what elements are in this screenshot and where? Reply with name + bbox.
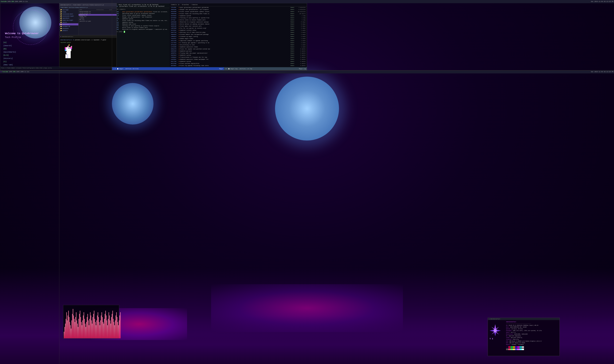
qute-nav-search[interactable]: [o] [Search] [3, 41, 16, 47]
viz-bar-13 [72, 314, 73, 338]
git-commit-msg-26: Updated system [180, 61, 290, 62]
terminal-body: emmet@snowflare:~$ pokemon-colorscripts … [59, 38, 117, 45]
rc-item-1: dee0888 main gitea/main gitlab/main gith… [112, 11, 170, 13]
git-commit-dot-15: ● [179, 38, 180, 39]
filemanager-title-text: emmet@snowfire: /home/emmet/.dotfiles/th… [60, 4, 104, 6]
neofetch-gpu: GPU: AMD ATI Radeon RX 6800M [506, 342, 542, 344]
git-commit-24: c6d9a2c ● Transitioned to flatpak obs fo… [170, 56, 307, 58]
fm-dir-woodland[interactable]: 📁woodland [59, 27, 78, 29]
git-commit-dot-23: ● [179, 54, 180, 56]
fm-dir-tomorrow[interactable]: 📁tomorrow-night [59, 19, 78, 21]
fm-file-license[interactable]: LICENSE [79, 17, 117, 19]
git-commit-22: a560f51 ● Trying some new power optimiza… [170, 52, 307, 54]
fm-dir-theme[interactable]: 📁theme [59, 11, 78, 13]
viz-bar-88 [120, 312, 121, 338]
fm-dir-sel-light[interactable]: 📁selenized-light [59, 15, 78, 17]
fm-file-polarity[interactable]: polarity.txt [79, 14, 117, 16]
git-commit-author-23: Emmet [291, 54, 297, 56]
viz-bar-51 [97, 320, 97, 338]
git-commit-dot-0: ● [179, 7, 180, 8]
viz-bar-33 [85, 324, 85, 338]
git-commit-author-14: Emmet [291, 36, 297, 37]
viz-bar-38 [88, 320, 89, 338]
qute-nav-history[interactable]: [S-h] [History] [3, 54, 16, 60]
git-commit-hash-16: e011f26 [171, 40, 178, 41]
git-commit-time-17: 1 week [298, 42, 306, 43]
git-commit-hash-15: 7ea4f2c [171, 38, 178, 39]
git-head-line: Head: main Fixed all screenshots to be o… [113, 4, 168, 6]
git-commit-time-23: 2 weeks [298, 54, 306, 56]
viz-bar-82 [116, 312, 117, 338]
fm-dir-sel-dark[interactable]: 📁selenized-dark [59, 13, 78, 15]
fm-dir-uwunicorn[interactable]: 📁uwunicorn [59, 23, 78, 25]
fm-file-yaml[interactable]: uwunicorn-yt.yaml [79, 20, 117, 22]
fm-dir-ubuntu[interactable]: 📁ubuntu [59, 21, 78, 23]
git-commit-hash-18: df4eee6 [171, 44, 178, 46]
neofetch-shell: Shell: zsh 5.9 [506, 332, 542, 333]
viz-bar-57 [100, 320, 101, 338]
qute-nav-newtab[interactable]: [t] [New tab] [3, 60, 16, 66]
viz-bar-85 [118, 325, 119, 338]
fm-dir-zenburn[interactable]: 📁zenburn [59, 29, 78, 32]
git-head-value: main Fixed all screenshots to be on gh b… [118, 4, 158, 6]
horizontal-divider [0, 70, 614, 71]
git-commit-author-8: Emmet [291, 23, 297, 25]
viz-bar-16 [74, 319, 74, 338]
viz-bar-83 [117, 317, 117, 338]
rc-item-9: 53f95d2 Testing if auto-cpufreq is syste… [112, 25, 170, 27]
viz-bar-11 [71, 329, 71, 338]
git-commit-time-2: 10 minutes [298, 11, 306, 12]
svg-rect-14 [65, 50, 66, 51]
git-commit-dot-14: ● [179, 36, 180, 37]
viz-bar-0 [64, 332, 64, 338]
fm-file-re[interactable]: RE=.org [79, 19, 117, 20]
git-commit-author-22: Emmet [291, 52, 297, 54]
git-commit-hash-7: a265da0 [171, 21, 178, 23]
git-commit-author-12: Emmet [291, 32, 297, 33]
fm-dir-ald[interactable]: 📁ald-hope [59, 9, 78, 11]
viz-bar-61 [103, 322, 103, 338]
magit-mode-left: Magit [219, 68, 223, 69]
color-11 [513, 349, 515, 350]
rc-item-4: b7d0c8 Ranger dnd optimization + qb file… [112, 16, 170, 18]
viz-bar-30 [83, 315, 84, 338]
svg-rect-5 [71, 46, 72, 47]
git-commit-msg-17: I finally got agenda + syncthing to be [180, 42, 290, 43]
git-commit-dot-1: ● [179, 9, 180, 10]
git-commit-hash-13: 3abb619 [171, 34, 178, 35]
fm-dir-space[interactable]: 📁spaceduck [59, 17, 78, 19]
color-9 [508, 349, 511, 350]
qute-nav-quickmarks[interactable]: [b] [Quickmarks] [3, 47, 16, 54]
git-commit-time-28: 3 weeks [298, 65, 306, 66]
git-commit-msg-7: Reverted to original uwunicorn wallpa [180, 21, 290, 23]
filemanager-path: /home/emmet/.dotfiles/themes/uwunicorn-y… [59, 6, 117, 9]
viz-bar-65 [105, 311, 106, 338]
qute-sub-heading: Tech Profile [5, 36, 21, 39]
git-commit-msg-27: Fixes youtube hyprprofile [180, 63, 290, 64]
viz-bar-21 [77, 324, 78, 338]
color-2 [511, 346, 513, 348]
viz-bar-75 [112, 314, 112, 338]
viz-bar-42 [91, 315, 91, 338]
viz-bar-58 [101, 315, 101, 338]
fm-file-bg256b[interactable]: background256.txt [79, 13, 117, 14]
git-commit-dot-21: ● [179, 50, 180, 52]
viz-bar-36 [87, 317, 87, 338]
fm-file-bg256[interactable]: background256.txt [79, 11, 117, 13]
git-commit-hash-25: e4e583c [171, 59, 178, 60]
git-commit-dot-22: ● [179, 52, 180, 54]
svg-rect-12 [65, 47, 66, 48]
git-commit-msg-18: 3d printing is cool [180, 44, 290, 46]
fm-file-readme[interactable]: README.org [79, 16, 117, 17]
viz-bar-41 [90, 312, 90, 338]
viz-bar-7 [68, 311, 69, 338]
git-commit-msg-5: Testing if auto-cpufreq is system free [180, 17, 290, 19]
git-commit-time-27: 3 weeks [298, 63, 306, 64]
git-commit-dot-16: ● [179, 40, 180, 41]
statusbar-cpu2: 59% [11, 1, 14, 2]
viz-bar-86 [119, 320, 119, 338]
git-commit-author-27: Emmet [291, 63, 297, 64]
git-commit-hash-14: c00b013 [171, 36, 178, 37]
color-5 [517, 346, 519, 348]
fm-dir-win95[interactable]: 📁windows-95 [59, 25, 78, 27]
